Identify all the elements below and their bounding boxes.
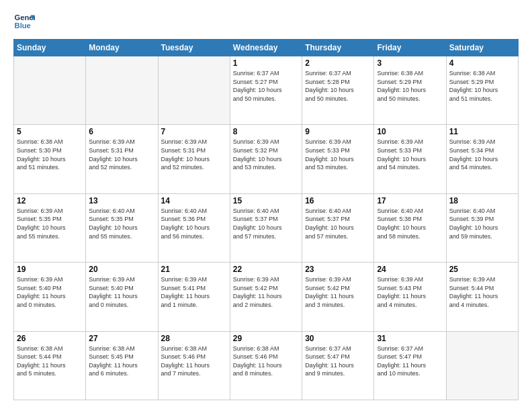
- day-info: Sunrise: 6:39 AMSunset: 5:44 PMDaylight:…: [449, 275, 515, 309]
- day-info: Sunrise: 6:37 AMSunset: 5:27 PMDaylight:…: [233, 69, 299, 103]
- day-number: 7: [161, 127, 227, 136]
- calendar-cell: 22Sunrise: 6:39 AMSunset: 5:42 PMDayligh…: [230, 263, 302, 331]
- day-number: 29: [233, 334, 299, 343]
- weekday-header-wednesday: Wednesday: [230, 40, 302, 56]
- day-number: 27: [89, 334, 154, 343]
- day-number: 11: [449, 127, 515, 136]
- calendar-week-2: 12Sunrise: 6:39 AMSunset: 5:35 PMDayligh…: [14, 193, 519, 262]
- calendar-cell: 24Sunrise: 6:39 AMSunset: 5:43 PMDayligh…: [374, 263, 446, 331]
- day-number: 10: [377, 127, 443, 136]
- day-info: Sunrise: 6:39 AMSunset: 5:32 PMDaylight:…: [233, 138, 299, 171]
- calendar-cell: 17Sunrise: 6:40 AMSunset: 5:38 PMDayligh…: [374, 193, 446, 262]
- calendar-cell: 29Sunrise: 6:38 AMSunset: 5:46 PMDayligh…: [230, 331, 302, 400]
- calendar-cell: 19Sunrise: 6:39 AMSunset: 5:40 PMDayligh…: [14, 263, 86, 331]
- day-info: Sunrise: 6:40 AMSunset: 5:39 PMDaylight:…: [449, 207, 515, 240]
- calendar-cell: 7Sunrise: 6:39 AMSunset: 5:31 PMDaylight…: [158, 125, 230, 193]
- day-number: 20: [89, 265, 154, 274]
- day-number: 25: [449, 265, 515, 274]
- day-info: Sunrise: 6:40 AMSunset: 5:38 PMDaylight:…: [377, 207, 443, 240]
- calendar-cell: 16Sunrise: 6:40 AMSunset: 5:37 PMDayligh…: [302, 193, 374, 262]
- calendar-cell: 1Sunrise: 6:37 AMSunset: 5:27 PMDaylight…: [230, 56, 302, 125]
- day-number: 17: [377, 196, 443, 205]
- calendar-cell: 9Sunrise: 6:39 AMSunset: 5:33 PMDaylight…: [302, 125, 374, 193]
- calendar-table: SundayMondayTuesdayWednesdayThursdayFrid…: [13, 39, 519, 400]
- calendar-cell: 18Sunrise: 6:40 AMSunset: 5:39 PMDayligh…: [446, 193, 518, 262]
- day-info: Sunrise: 6:39 AMSunset: 5:41 PMDaylight:…: [161, 275, 227, 309]
- day-info: Sunrise: 6:37 AMSunset: 5:47 PMDaylight:…: [377, 345, 443, 378]
- calendar-cell: 10Sunrise: 6:39 AMSunset: 5:33 PMDayligh…: [374, 125, 446, 193]
- day-info: Sunrise: 6:39 AMSunset: 5:43 PMDaylight:…: [377, 275, 443, 309]
- logo: General Blue: [13, 11, 35, 32]
- day-number: 22: [233, 265, 299, 274]
- calendar-week-0: 1Sunrise: 6:37 AMSunset: 5:27 PMDaylight…: [14, 56, 519, 125]
- calendar-cell: 27Sunrise: 6:38 AMSunset: 5:45 PMDayligh…: [86, 331, 158, 400]
- calendar-week-3: 19Sunrise: 6:39 AMSunset: 5:40 PMDayligh…: [14, 263, 519, 331]
- day-number: 2: [305, 58, 371, 68]
- calendar-cell: 4Sunrise: 6:38 AMSunset: 5:29 PMDaylight…: [446, 56, 518, 125]
- calendar-week-4: 26Sunrise: 6:38 AMSunset: 5:44 PMDayligh…: [14, 331, 519, 400]
- calendar-cell: 23Sunrise: 6:39 AMSunset: 5:42 PMDayligh…: [302, 263, 374, 331]
- day-info: Sunrise: 6:37 AMSunset: 5:28 PMDaylight:…: [305, 69, 371, 103]
- logo-icon: General Blue: [13, 11, 35, 32]
- day-number: 19: [17, 265, 83, 274]
- calendar-cell: 30Sunrise: 6:37 AMSunset: 5:47 PMDayligh…: [302, 331, 374, 400]
- calendar-cell: 12Sunrise: 6:39 AMSunset: 5:35 PMDayligh…: [14, 193, 86, 262]
- weekday-header-tuesday: Tuesday: [158, 40, 230, 56]
- day-number: 31: [377, 334, 443, 343]
- calendar-cell: 25Sunrise: 6:39 AMSunset: 5:44 PMDayligh…: [446, 263, 518, 331]
- day-info: Sunrise: 6:37 AMSunset: 5:47 PMDaylight:…: [305, 345, 371, 378]
- weekday-header-saturday: Saturday: [446, 40, 518, 56]
- day-number: 4: [449, 58, 515, 68]
- day-info: Sunrise: 6:39 AMSunset: 5:34 PMDaylight:…: [449, 138, 515, 171]
- day-number: 5: [17, 127, 83, 136]
- day-info: Sunrise: 6:39 AMSunset: 5:40 PMDaylight:…: [89, 275, 154, 309]
- day-info: Sunrise: 6:39 AMSunset: 5:33 PMDaylight:…: [377, 138, 443, 171]
- calendar-cell: [86, 56, 158, 125]
- weekday-header-thursday: Thursday: [302, 40, 374, 56]
- svg-text:Blue: Blue: [15, 21, 31, 30]
- calendar-cell: 21Sunrise: 6:39 AMSunset: 5:41 PMDayligh…: [158, 263, 230, 331]
- day-number: 12: [17, 196, 83, 205]
- calendar-cell: 31Sunrise: 6:37 AMSunset: 5:47 PMDayligh…: [374, 331, 446, 400]
- calendar-cell: 28Sunrise: 6:38 AMSunset: 5:46 PMDayligh…: [158, 331, 230, 400]
- day-info: Sunrise: 6:40 AMSunset: 5:37 PMDaylight:…: [233, 207, 299, 240]
- day-info: Sunrise: 6:39 AMSunset: 5:42 PMDaylight:…: [233, 275, 299, 309]
- calendar-cell: 2Sunrise: 6:37 AMSunset: 5:28 PMDaylight…: [302, 56, 374, 125]
- day-number: 28: [161, 334, 227, 343]
- day-number: 30: [305, 334, 371, 343]
- calendar-header-row: SundayMondayTuesdayWednesdayThursdayFrid…: [14, 40, 519, 56]
- day-info: Sunrise: 6:38 AMSunset: 5:29 PMDaylight:…: [449, 69, 515, 103]
- calendar-cell: 14Sunrise: 6:40 AMSunset: 5:36 PMDayligh…: [158, 193, 230, 262]
- calendar-cell: [158, 56, 230, 125]
- day-info: Sunrise: 6:38 AMSunset: 5:45 PMDaylight:…: [89, 345, 154, 378]
- calendar-cell: [446, 331, 518, 400]
- calendar-cell: 20Sunrise: 6:39 AMSunset: 5:40 PMDayligh…: [86, 263, 158, 331]
- day-info: Sunrise: 6:38 AMSunset: 5:46 PMDaylight:…: [161, 345, 227, 378]
- day-info: Sunrise: 6:39 AMSunset: 5:35 PMDaylight:…: [17, 207, 83, 240]
- day-number: 13: [89, 196, 154, 205]
- day-number: 18: [449, 196, 515, 205]
- day-info: Sunrise: 6:38 AMSunset: 5:44 PMDaylight:…: [17, 345, 83, 378]
- day-info: Sunrise: 6:38 AMSunset: 5:46 PMDaylight:…: [233, 345, 299, 378]
- calendar-cell: 11Sunrise: 6:39 AMSunset: 5:34 PMDayligh…: [446, 125, 518, 193]
- calendar-cell: 26Sunrise: 6:38 AMSunset: 5:44 PMDayligh…: [14, 331, 86, 400]
- day-info: Sunrise: 6:39 AMSunset: 5:42 PMDaylight:…: [305, 275, 371, 309]
- day-number: 1: [233, 58, 299, 68]
- day-number: 3: [377, 58, 443, 68]
- weekday-header-monday: Monday: [86, 40, 158, 56]
- day-info: Sunrise: 6:40 AMSunset: 5:37 PMDaylight:…: [305, 207, 371, 240]
- day-number: 8: [233, 127, 299, 136]
- day-info: Sunrise: 6:40 AMSunset: 5:35 PMDaylight:…: [89, 207, 154, 240]
- day-number: 14: [161, 196, 227, 205]
- day-info: Sunrise: 6:39 AMSunset: 5:31 PMDaylight:…: [89, 138, 154, 171]
- calendar-cell: 8Sunrise: 6:39 AMSunset: 5:32 PMDaylight…: [230, 125, 302, 193]
- weekday-header-friday: Friday: [374, 40, 446, 56]
- page: General Blue SundayMondayTuesdayWednesda…: [0, 0, 532, 411]
- day-number: 16: [305, 196, 371, 205]
- calendar-week-1: 5Sunrise: 6:38 AMSunset: 5:30 PMDaylight…: [14, 125, 519, 193]
- calendar-cell: 13Sunrise: 6:40 AMSunset: 5:35 PMDayligh…: [86, 193, 158, 262]
- calendar-cell: 15Sunrise: 6:40 AMSunset: 5:37 PMDayligh…: [230, 193, 302, 262]
- day-number: 23: [305, 265, 371, 274]
- day-number: 6: [89, 127, 154, 136]
- calendar-cell: [14, 56, 86, 125]
